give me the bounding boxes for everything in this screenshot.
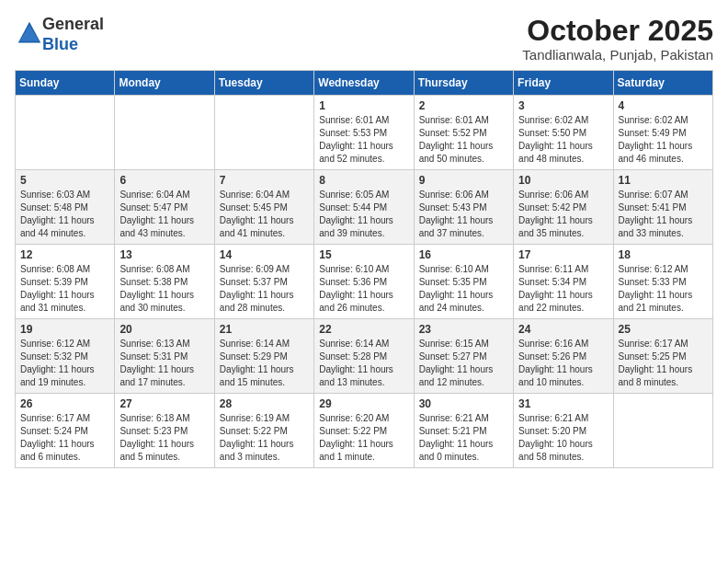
calendar-cell: 26 Sunrise: 6:17 AM Sunset: 5:24 PM Dayl… bbox=[16, 394, 115, 468]
page-header: General Blue October 2025 Tandlianwala, … bbox=[15, 15, 713, 63]
sunrise-text: Sunrise: 6:02 AM bbox=[619, 115, 688, 125]
day-info: Sunrise: 6:07 AM Sunset: 5:41 PM Dayligh… bbox=[619, 189, 708, 240]
sunset-text: Sunset: 5:28 PM bbox=[319, 351, 387, 362]
sunrise-text: Sunrise: 6:04 AM bbox=[220, 190, 290, 200]
day-number: 7 bbox=[220, 174, 309, 187]
week-row-4: 19 Sunrise: 6:12 AM Sunset: 5:32 PM Dayl… bbox=[16, 319, 713, 394]
day-number: 17 bbox=[518, 248, 608, 261]
day-info: Sunrise: 6:06 AM Sunset: 5:43 PM Dayligh… bbox=[419, 189, 508, 240]
sunset-text: Sunset: 5:35 PM bbox=[419, 277, 487, 287]
week-row-1: 1 Sunrise: 6:01 AM Sunset: 5:53 PM Dayli… bbox=[16, 96, 713, 170]
sunrise-text: Sunrise: 6:12 AM bbox=[20, 339, 90, 349]
sunrise-text: Sunrise: 6:01 AM bbox=[319, 115, 389, 125]
day-info: Sunrise: 6:02 AM Sunset: 5:49 PM Dayligh… bbox=[619, 114, 708, 166]
calendar-cell: 30 Sunrise: 6:21 AM Sunset: 5:21 PM Dayl… bbox=[414, 394, 513, 468]
day-number: 9 bbox=[419, 174, 508, 187]
day-info: Sunrise: 6:05 AM Sunset: 5:44 PM Dayligh… bbox=[319, 189, 408, 240]
calendar-cell: 23 Sunrise: 6:15 AM Sunset: 5:27 PM Dayl… bbox=[414, 319, 513, 394]
calendar-cell bbox=[115, 96, 214, 170]
calendar-cell: 5 Sunrise: 6:03 AM Sunset: 5:48 PM Dayli… bbox=[16, 170, 115, 245]
day-number: 29 bbox=[319, 397, 408, 410]
sunset-text: Sunset: 5:25 PM bbox=[619, 351, 687, 362]
sunset-text: Sunset: 5:38 PM bbox=[119, 277, 188, 287]
day-number: 30 bbox=[419, 397, 508, 410]
calendar-cell: 7 Sunrise: 6:04 AM Sunset: 5:45 PM Dayli… bbox=[214, 170, 313, 245]
sunset-text: Sunset: 5:22 PM bbox=[319, 426, 387, 436]
sunrise-text: Sunrise: 6:05 AM bbox=[319, 190, 389, 200]
day-number: 27 bbox=[119, 397, 209, 410]
day-number: 5 bbox=[20, 174, 109, 187]
sunset-text: Sunset: 5:23 PM bbox=[119, 426, 188, 436]
sunrise-text: Sunrise: 6:20 AM bbox=[319, 413, 389, 423]
daylight-text: Daylight: 11 hours and 10 minutes. bbox=[518, 364, 593, 387]
day-info: Sunrise: 6:10 AM Sunset: 5:35 PM Dayligh… bbox=[419, 263, 508, 315]
daylight-text: Daylight: 11 hours and 15 minutes. bbox=[220, 364, 294, 387]
calendar-cell: 14 Sunrise: 6:09 AM Sunset: 5:37 PM Dayl… bbox=[214, 245, 313, 319]
daylight-text: Daylight: 11 hours and 52 minutes. bbox=[319, 141, 393, 164]
day-number: 1 bbox=[319, 99, 408, 112]
day-number: 22 bbox=[319, 323, 408, 336]
day-info: Sunrise: 6:16 AM Sunset: 5:26 PM Dayligh… bbox=[518, 338, 608, 389]
sunset-text: Sunset: 5:20 PM bbox=[518, 426, 586, 436]
sunset-text: Sunset: 5:50 PM bbox=[518, 128, 586, 138]
sunrise-text: Sunrise: 6:19 AM bbox=[220, 413, 290, 423]
sunset-text: Sunset: 5:27 PM bbox=[419, 351, 487, 362]
calendar-cell bbox=[214, 96, 313, 170]
daylight-text: Daylight: 11 hours and 30 minutes. bbox=[119, 290, 194, 313]
day-number: 3 bbox=[518, 99, 608, 112]
day-number: 11 bbox=[619, 174, 708, 187]
daylight-text: Daylight: 11 hours and 24 minutes. bbox=[419, 290, 494, 313]
daylight-text: Daylight: 11 hours and 35 minutes. bbox=[518, 215, 593, 238]
day-info: Sunrise: 6:17 AM Sunset: 5:24 PM Dayligh… bbox=[20, 412, 109, 464]
sunrise-text: Sunrise: 6:17 AM bbox=[619, 339, 688, 349]
sunset-text: Sunset: 5:49 PM bbox=[619, 128, 687, 138]
sunset-text: Sunset: 5:33 PM bbox=[619, 277, 687, 287]
day-number: 12 bbox=[20, 248, 109, 261]
day-info: Sunrise: 6:21 AM Sunset: 5:20 PM Dayligh… bbox=[518, 412, 608, 464]
calendar-cell: 19 Sunrise: 6:12 AM Sunset: 5:32 PM Dayl… bbox=[16, 319, 115, 394]
sunset-text: Sunset: 5:45 PM bbox=[220, 202, 288, 213]
sunset-text: Sunset: 5:21 PM bbox=[419, 426, 487, 436]
sunrise-text: Sunrise: 6:06 AM bbox=[419, 190, 489, 200]
daylight-text: Daylight: 11 hours and 28 minutes. bbox=[220, 290, 294, 313]
calendar-cell: 6 Sunrise: 6:04 AM Sunset: 5:47 PM Dayli… bbox=[115, 170, 214, 245]
sunrise-text: Sunrise: 6:04 AM bbox=[119, 190, 189, 200]
calendar-cell: 10 Sunrise: 6:06 AM Sunset: 5:42 PM Dayl… bbox=[514, 170, 613, 245]
day-info: Sunrise: 6:02 AM Sunset: 5:50 PM Dayligh… bbox=[518, 114, 608, 166]
calendar-cell: 11 Sunrise: 6:07 AM Sunset: 5:41 PM Dayl… bbox=[613, 170, 712, 245]
daylight-text: Daylight: 11 hours and 17 minutes. bbox=[119, 364, 194, 387]
daylight-text: Daylight: 11 hours and 26 minutes. bbox=[319, 290, 393, 313]
sunrise-text: Sunrise: 6:21 AM bbox=[518, 413, 588, 423]
sunrise-text: Sunrise: 6:16 AM bbox=[518, 339, 588, 349]
day-info: Sunrise: 6:14 AM Sunset: 5:29 PM Dayligh… bbox=[220, 338, 309, 389]
calendar-cell: 9 Sunrise: 6:06 AM Sunset: 5:43 PM Dayli… bbox=[414, 170, 513, 245]
sunrise-text: Sunrise: 6:14 AM bbox=[319, 339, 389, 349]
daylight-text: Daylight: 11 hours and 50 minutes. bbox=[419, 141, 494, 164]
day-info: Sunrise: 6:20 AM Sunset: 5:22 PM Dayligh… bbox=[319, 412, 408, 464]
daylight-text: Daylight: 11 hours and 13 minutes. bbox=[319, 364, 393, 387]
daylight-text: Daylight: 11 hours and 21 minutes. bbox=[619, 290, 693, 313]
day-number: 26 bbox=[20, 397, 109, 410]
daylight-text: Daylight: 11 hours and 1 minute. bbox=[319, 439, 393, 462]
sunset-text: Sunset: 5:52 PM bbox=[419, 128, 487, 138]
day-number: 23 bbox=[419, 323, 508, 336]
calendar-cell: 29 Sunrise: 6:20 AM Sunset: 5:22 PM Dayl… bbox=[314, 394, 414, 468]
daylight-text: Daylight: 11 hours and 39 minutes. bbox=[319, 215, 393, 238]
daylight-text: Daylight: 11 hours and 3 minutes. bbox=[220, 439, 294, 462]
day-info: Sunrise: 6:06 AM Sunset: 5:42 PM Dayligh… bbox=[518, 189, 608, 240]
calendar-cell: 25 Sunrise: 6:17 AM Sunset: 5:25 PM Dayl… bbox=[613, 319, 712, 394]
sunset-text: Sunset: 5:34 PM bbox=[518, 277, 586, 287]
sunset-text: Sunset: 5:24 PM bbox=[20, 426, 88, 436]
sunrise-text: Sunrise: 6:12 AM bbox=[619, 264, 688, 274]
daylight-text: Daylight: 11 hours and 22 minutes. bbox=[518, 290, 593, 313]
sunrise-text: Sunrise: 6:07 AM bbox=[619, 190, 688, 200]
sunrise-text: Sunrise: 6:10 AM bbox=[419, 264, 489, 274]
sunset-text: Sunset: 5:32 PM bbox=[20, 351, 88, 362]
day-info: Sunrise: 6:03 AM Sunset: 5:48 PM Dayligh… bbox=[20, 189, 109, 240]
weekday-header-monday: Monday bbox=[115, 71, 214, 96]
day-number: 15 bbox=[319, 248, 408, 261]
sunset-text: Sunset: 5:42 PM bbox=[518, 202, 586, 213]
day-info: Sunrise: 6:15 AM Sunset: 5:27 PM Dayligh… bbox=[419, 338, 508, 389]
day-number: 6 bbox=[119, 174, 209, 187]
day-info: Sunrise: 6:11 AM Sunset: 5:34 PM Dayligh… bbox=[518, 263, 608, 315]
